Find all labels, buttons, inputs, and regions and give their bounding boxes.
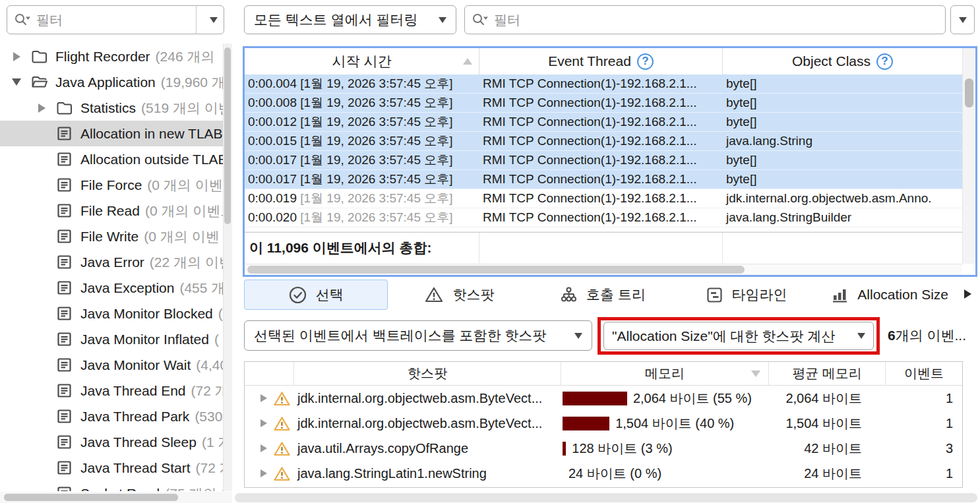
cell-object-class: byte[]	[723, 76, 949, 91]
column-header-events[interactable]: 이벤트	[886, 362, 962, 385]
call-tree-icon	[560, 286, 578, 304]
row-expander[interactable]	[245, 419, 267, 427]
cell-hotspot-method: java.lang.StringLatin1.newString	[293, 466, 561, 481]
warning-icon	[270, 440, 293, 457]
chevron-down-icon	[210, 17, 218, 23]
tree-item[interactable]: Allocation outside TLAB	[0, 146, 223, 172]
tree-item[interactable]: Flight Recorder (246 개의	[0, 44, 223, 69]
column-filter-combo[interactable]: 모든 텍스트 열에서 필터링	[244, 5, 456, 34]
sidebar-vertical-scrollbar[interactable]	[223, 44, 232, 491]
column-header-label: 이벤트	[904, 365, 944, 382]
tree-item[interactable]: Java Application (19,960 개	[0, 69, 223, 95]
tree-item[interactable]: Java Monitor Wait (4,40	[0, 352, 223, 378]
tree-item-label: Java Thread End	[80, 383, 186, 399]
row-expander[interactable]	[245, 394, 267, 402]
tree-item[interactable]: Statistics (519 개의 이벤	[0, 95, 223, 121]
table-filter-box[interactable]	[464, 5, 946, 34]
sidebar-horizontal-scrollbar[interactable]	[0, 492, 232, 503]
table-row[interactable]: 0:00.012 [1월 19, 2026 3:57:45 오후] RMI TC…	[245, 113, 975, 132]
table-row[interactable]: 0:00.017 [1월 19, 2026 3:57:45 오후] RMI TC…	[245, 151, 975, 170]
bottom-horizontal-scrollbar[interactable]	[235, 493, 977, 502]
highlight-red-box: "Allocation Size"에 대한 핫스팟 계산	[597, 317, 880, 355]
tree-item-label: Socket Read	[80, 486, 160, 492]
tree-item-label: Java Exception	[80, 280, 174, 296]
tree-item[interactable]: File Write (0 개의 이벤	[0, 223, 223, 249]
tree-filter-input[interactable]	[36, 13, 196, 28]
hotspot-row[interactable]: java.util.Arrays.copyOfRange 128 바이트 (3 …	[245, 436, 962, 461]
row-expander[interactable]	[245, 444, 267, 452]
search-icon	[472, 12, 489, 28]
event-type-icon	[54, 407, 74, 425]
help-icon[interactable]: ?	[876, 53, 893, 70]
table-row[interactable]: 0:00.004 [1월 19, 2026 3:57:45 오후] RMI TC…	[245, 74, 975, 94]
events-vertical-scrollbar[interactable]	[962, 48, 975, 264]
tree-expand-arrow[interactable]	[7, 52, 26, 61]
table-row[interactable]: 0:00.008 [1월 19, 2026 3:57:45 오후] RMI TC…	[245, 94, 975, 113]
tree-item[interactable]: Java Thread Sleep (1 개	[0, 429, 223, 455]
scrollbar-thumb[interactable]	[965, 78, 973, 107]
tree-item-count: (0 개의 이벤	[147, 176, 222, 194]
tree-item[interactable]: Java Thread Park (530	[0, 403, 223, 429]
chevron-down-icon	[574, 333, 582, 339]
table-filter-dropdown-button[interactable]	[950, 5, 975, 34]
events-horizontal-scrollbar[interactable]	[245, 264, 962, 275]
help-icon[interactable]: ?	[637, 53, 654, 70]
tab-overflow-arrow[interactable]	[964, 289, 971, 299]
tree-item[interactable]: File Force (0 개의 이벤	[0, 172, 223, 198]
tree-item-count: (	[214, 332, 219, 347]
cell-hotspot-method: jdk.internal.org.objectweb.asm.ByteVect.…	[293, 416, 561, 431]
cell-start-time: 0:00.019 [1월 19, 2026 3:57:45 오후]	[245, 190, 479, 207]
column-header-object-class[interactable]: Object Class ?	[723, 48, 962, 74]
tab-label: Allocation Size	[857, 287, 948, 303]
cell-avg-memory: 2,064 바이트	[769, 390, 886, 407]
tree-item-count: (4,40	[196, 357, 223, 373]
cell-memory: 2,064 바이트 (55 %)	[561, 390, 769, 407]
column-header-label: 시작 시간	[332, 52, 392, 71]
cell-event-count: 1	[886, 416, 962, 431]
tree-filter-box[interactable]	[7, 5, 224, 34]
tab-selection[interactable]: 선택	[244, 280, 388, 310]
tree-item[interactable]: Java Thread Start (72 개	[0, 455, 223, 481]
scrollbar-thumb[interactable]	[224, 47, 231, 224]
table-row[interactable]: 0:00.015 [1월 19, 2026 3:57:45 오후] RMI TC…	[245, 132, 975, 151]
tree-item[interactable]: Java Thread End (72 개	[0, 378, 223, 403]
hotspot-attribute-dropdown[interactable]: "Allocation Size"에 대한 핫스팟 계산	[603, 322, 874, 350]
tree-item[interactable]: Java Exception (455 개의	[0, 275, 223, 301]
table-row[interactable]: 0:00.020 [1월 19, 2026 3:57:45 오후] RMI TC…	[245, 208, 975, 227]
tree-item[interactable]: Allocation in new TLAB	[0, 121, 223, 146]
scrollbar-thumb[interactable]	[247, 266, 745, 274]
cell-event-thread: RMI TCP Connection(1)-192.168.2.1...	[479, 172, 723, 187]
table-row[interactable]: 0:00.019 [1월 19, 2026 3:57:45 오후] RMI TC…	[245, 189, 975, 208]
backtrace-aspect-dropdown[interactable]: 선택된 이벤트에서 백트레이스를 포함한 핫스팟	[244, 320, 592, 351]
scrollbar-thumb[interactable]	[4, 494, 178, 501]
column-filter-combo-label: 모든 텍스트 열에서 필터링	[254, 11, 432, 29]
tree-item[interactable]: File Read (0 개의 이벤트	[0, 198, 223, 223]
column-header-avg-memory[interactable]: 평균 메모리	[769, 362, 886, 385]
column-header-hotspot[interactable]: 핫스팟	[294, 362, 561, 385]
tree-item[interactable]: Java Monitor Inflated (	[0, 326, 223, 352]
hotspot-row[interactable]: jdk.internal.org.objectweb.asm.ByteVect.…	[245, 386, 962, 411]
column-header-event-thread[interactable]: Event Thread ?	[479, 48, 723, 74]
tab-hotspots[interactable]: 핫스팟	[388, 280, 532, 310]
table-row[interactable]: 0:00.017 [1월 19, 2026 3:57:45 오후] RMI TC…	[245, 170, 975, 189]
column-header-memory[interactable]: 메모리	[561, 362, 769, 385]
tree-expand-arrow[interactable]	[32, 104, 51, 113]
hotspot-row[interactable]: jdk.internal.org.objectweb.asm.ByteVect.…	[245, 411, 962, 436]
tree-item[interactable]: Java Monitor Blocked (	[0, 301, 223, 326]
column-header-expander[interactable]	[245, 362, 294, 385]
hotspot-row[interactable]: java.lang.StringLatin1.newString 24 바이트 …	[245, 461, 962, 486]
column-header-start-time[interactable]: 시작 시간	[245, 48, 479, 74]
clipped-table-row: 0:00.02 [1월 19, 2026 3:57:45 오후] java.la…	[245, 227, 975, 232]
tab-call-tree[interactable]: 호출 트리	[531, 280, 675, 310]
tree-filter-dropdown-button[interactable]	[196, 6, 224, 34]
tree-expand-arrow[interactable]	[7, 78, 26, 86]
collapsed-arrow-icon	[260, 419, 267, 427]
tree-item[interactable]: Socket Read (75 개의 이	[0, 481, 223, 491]
tree-item[interactable]: Java Error (22 개의 이벤	[0, 249, 223, 275]
column-header-label: 평균 메모리	[792, 365, 862, 382]
cell-hotspot-method: jdk.internal.org.objectweb.asm.ByteVect.…	[293, 391, 561, 406]
tab-allocation-size[interactable]: Allocation Size	[818, 280, 962, 310]
table-filter-input[interactable]	[494, 13, 945, 28]
row-expander[interactable]	[245, 469, 267, 477]
tab-timeline[interactable]: 타임라인	[675, 280, 818, 310]
